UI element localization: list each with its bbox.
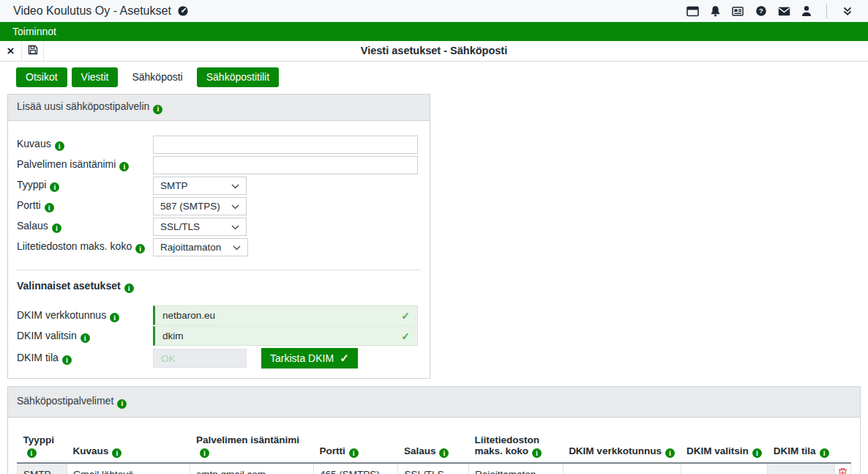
- check-icon: ✓: [340, 352, 349, 365]
- info-icon[interactable]: [52, 223, 61, 233]
- portti-select[interactable]: 587 (SMTPS): [153, 197, 247, 215]
- info-icon[interactable]: [135, 244, 145, 253]
- cell-dkim-verkkotunnus: [563, 463, 681, 474]
- check-dkim-button[interactable]: Tarkista DKIM ✓: [261, 348, 358, 369]
- form-row-dkim-selector: DKIM valitsin dkim ✓: [17, 326, 421, 347]
- toolbar: × Viesti asetukset - Sähköposti: [0, 41, 868, 62]
- form-row-dkim-status: DKIM tila OK Tarkista DKIM ✓: [17, 348, 421, 369]
- save-icon: [28, 45, 38, 57]
- info-icon[interactable]: [532, 448, 542, 458]
- tyyppi-select-value: SMTP: [160, 180, 188, 191]
- info-icon[interactable]: [439, 448, 449, 458]
- info-icon[interactable]: [124, 284, 134, 293]
- save-button[interactable]: [22, 41, 44, 61]
- salaus-select-value: SSL/TLS: [160, 221, 200, 232]
- info-icon[interactable]: [112, 448, 121, 458]
- info-icon[interactable]: [45, 203, 54, 212]
- gauge-icon: [177, 5, 189, 17]
- menu-toiminnot[interactable]: Toiminnot: [12, 26, 56, 37]
- isantanimi-input[interactable]: [153, 156, 418, 174]
- maks-koko-select[interactable]: Rajoittamaton: [153, 238, 248, 256]
- form-row-dkim-domain: DKIM verkkotunnus netbaron.eu ✓: [17, 305, 421, 326]
- info-icon[interactable]: [27, 448, 37, 458]
- add-server-panel: Lisää uusi sähköpostipalvelin Kuvaus Pal…: [7, 94, 430, 379]
- user-icon[interactable]: [801, 5, 812, 17]
- kuvaus-input[interactable]: [153, 136, 418, 154]
- add-server-panel-body: Kuvaus Palvelimen isäntänimi Tyyppi SMTP…: [8, 121, 430, 379]
- cell-isantanimi: smtp.gmail.com: [190, 463, 314, 474]
- col-actions: [835, 432, 851, 464]
- dkim-domain-input[interactable]: netbaron.eu ✓: [153, 305, 418, 325]
- info-icon[interactable]: [117, 399, 127, 409]
- col-dkim-tila: DKIM tila: [768, 432, 835, 464]
- table-row: SMTP Gmail lähtevä smtp.gmail.com 465 (S…: [18, 463, 851, 474]
- info-icon[interactable]: [349, 448, 359, 458]
- tab-bar: Otsikot Viestit Sähköposti Sähköpostitil…: [16, 67, 868, 87]
- info-icon[interactable]: [820, 448, 829, 458]
- add-server-panel-title: Lisää uusi sähköpostipalvelin: [17, 100, 149, 112]
- topbar-divider: [826, 4, 827, 18]
- tyyppi-select[interactable]: SMTP: [153, 177, 247, 195]
- info-icon[interactable]: [81, 333, 90, 343]
- tab-viestit[interactable]: Viestit: [72, 67, 119, 87]
- isantanimi-label: Palvelimen isäntänimi: [17, 158, 153, 172]
- tab-otsikot[interactable]: Otsikot: [16, 67, 67, 87]
- col-salaus: Salaus: [398, 432, 469, 464]
- chevron-down-icon: [231, 201, 239, 212]
- salaus-select[interactable]: SSL/TLS: [153, 218, 247, 236]
- col-maks-koko: Liitetiedoston maks. koko: [468, 432, 563, 464]
- info-icon[interactable]: [55, 141, 64, 151]
- dkim-domain-label: DKIM verkkotunnus: [17, 309, 153, 323]
- help-icon[interactable]: ?: [755, 5, 767, 17]
- form-row-kuvaus: Kuvaus: [17, 136, 421, 154]
- info-icon[interactable]: [153, 105, 162, 114]
- close-icon: ×: [7, 45, 15, 57]
- info-icon[interactable]: [50, 182, 59, 192]
- chevron-down-icon: [231, 180, 239, 191]
- col-tyyppi: Tyyppi: [18, 432, 67, 464]
- maks-koko-label: Liitetiedoston maks. koko: [17, 240, 153, 254]
- cell-dkim-valitsin: [681, 463, 768, 474]
- valid-check-icon: ✓: [401, 310, 410, 322]
- chevron-down-icon: [231, 221, 239, 232]
- servers-table: Tyyppi Kuvaus Palvelimen isäntänimi Port…: [17, 432, 851, 474]
- col-isantanimi: Palvelimen isäntänimi: [190, 432, 314, 464]
- info-icon[interactable]: [62, 355, 72, 365]
- form-row-portti: Portti 587 (SMTPS): [17, 197, 421, 215]
- form-row-salaus: Salaus SSL/TLS: [17, 218, 421, 236]
- newspaper-icon[interactable]: [732, 6, 744, 17]
- cell-actions: [835, 463, 851, 474]
- dkim-selector-input[interactable]: dkim ✓: [153, 326, 418, 346]
- info-icon[interactable]: [665, 448, 675, 458]
- col-dkim-verkkotunnus: DKIM verkkotunnus: [563, 432, 681, 464]
- info-icon[interactable]: [752, 448, 762, 458]
- bell-icon[interactable]: [710, 5, 721, 17]
- close-button[interactable]: ×: [0, 41, 22, 61]
- tab-sahkoposti[interactable]: Sähköposti: [122, 67, 192, 87]
- info-icon[interactable]: [200, 448, 209, 458]
- cell-dkim-tila: -: [768, 463, 835, 474]
- tyyppi-label: Tyyppi: [17, 179, 153, 193]
- delete-icon[interactable]: [838, 467, 848, 474]
- cell-kuvaus: Gmail lähtevä: [67, 463, 190, 474]
- collapse-icon[interactable]: [842, 6, 853, 17]
- dkim-selector-value: dkim: [162, 330, 184, 341]
- dkim-domain-value: netbaron.eu: [162, 310, 215, 321]
- svg-text:?: ?: [759, 7, 763, 15]
- dkim-status-field: OK: [153, 349, 247, 368]
- form-row-maks-koko: Liitetiedoston maks. koko Rajoittamaton: [17, 238, 421, 256]
- info-icon[interactable]: [119, 162, 129, 171]
- servers-panel-body: Tyyppi Kuvaus Palvelimen isäntänimi Port…: [8, 418, 860, 474]
- dkim-block: DKIM verkkotunnus netbaron.eu ✓ DKIM val…: [17, 305, 421, 369]
- tab-sahkopostitilit[interactable]: Sähköpostitilit: [197, 67, 279, 87]
- mail-icon[interactable]: [778, 7, 790, 16]
- topbar: Video Koulutus Oy - Asetukset ?: [0, 0, 868, 22]
- salaus-label: Salaus: [17, 220, 153, 234]
- cell-salaus: SSL/TLS: [398, 463, 469, 474]
- info-icon[interactable]: [110, 313, 119, 322]
- section-divider: [17, 270, 421, 270]
- form-row-tyyppi: Tyyppi SMTP: [17, 177, 421, 195]
- servers-panel-title: Sähköpostipalvelimet: [17, 395, 113, 407]
- window-icon[interactable]: [686, 6, 699, 17]
- kuvaus-label: Kuvaus: [17, 138, 153, 152]
